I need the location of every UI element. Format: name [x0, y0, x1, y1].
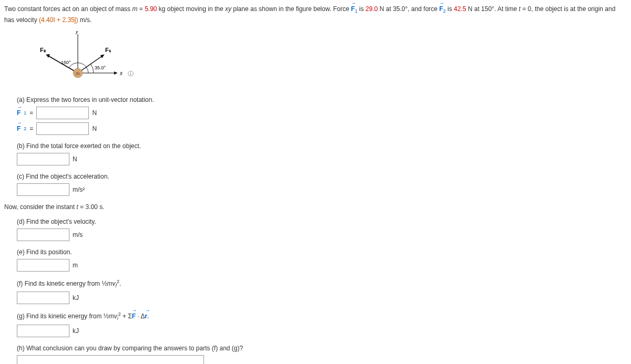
total-force-input[interactable] [17, 153, 69, 165]
part-b-unit: N [73, 155, 77, 163]
equals-sign: = [29, 125, 33, 132]
svg-marker-6 [46, 54, 50, 58]
part-c-unit: m/s² [73, 186, 85, 193]
problem-statement: Two constant forces act on an object of … [4, 4, 627, 25]
part-d-unit: m/s [73, 231, 83, 238]
force-diagram: x y F₁ F₂ 35.0° 150° m ⓘ [36, 31, 151, 89]
f1-label: F₁ [105, 47, 111, 53]
now-consider-text: Now, consider the instant t = 3.00 s. [4, 203, 627, 211]
acceleration-input[interactable] [17, 183, 69, 196]
svg-marker-1 [114, 71, 117, 75]
mass-label: m [76, 71, 80, 76]
angle-150-label: 150° [61, 60, 71, 65]
part-b-label: (b) Find the total force exerted on the … [17, 142, 627, 150]
ke-f-input[interactable] [17, 292, 69, 304]
part-d-label: (d) Find the object's velocity. [17, 218, 627, 225]
part-e-unit: m [73, 262, 78, 269]
velocity-input[interactable] [17, 228, 69, 241]
f1-input[interactable] [36, 107, 89, 119]
part-a-label: (a) Express the two forces in unit-vecto… [17, 96, 627, 103]
f2-unit: N [92, 125, 97, 132]
f1-unit: N [92, 109, 97, 117]
position-input[interactable] [17, 259, 69, 272]
y-axis-label: y [75, 31, 79, 34]
f2-label: F₂ [40, 47, 46, 53]
conclusion-textarea[interactable] [17, 355, 204, 364]
equals-sign: = [29, 109, 33, 117]
part-e-label: (e) Find its position. [17, 248, 627, 256]
x-axis-label: x [119, 70, 123, 76]
part-f-unit: kJ [73, 294, 79, 301]
f2-vector-label: F [17, 125, 21, 132]
angle-35-label: 35.0° [95, 65, 106, 70]
part-g-unit: kJ [73, 327, 79, 335]
ke-g-input[interactable] [17, 325, 69, 337]
info-icon: ⓘ [128, 70, 134, 77]
part-c-label: (c) Find the object's acceleration. [17, 173, 627, 180]
f1-vector-label: F [17, 109, 21, 117]
part-h-label: (h) What conclusion can you draw by comp… [17, 345, 627, 352]
f2-input[interactable] [36, 122, 89, 135]
part-f-label: (f) Find its kinetic energy from ½mvf2. [17, 279, 627, 288]
part-g-label: (g) Find its kinetic energy from ½mvi2 +… [17, 311, 627, 321]
